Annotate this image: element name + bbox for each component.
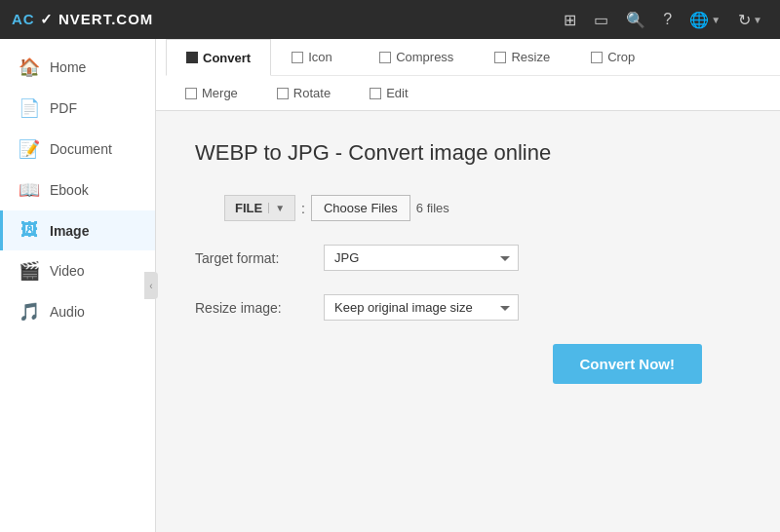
- convert-tab-icon: [186, 52, 198, 63]
- navbar: AC ✓ NVERT.COM ⊞ ▭ 🔍 ? 🌐 ▼ ↻ ▼: [0, 0, 780, 39]
- tab-rotate-label: Rotate: [293, 86, 331, 100]
- file-upload-row: FILE ▼ : Choose Files 6 files: [195, 195, 741, 221]
- convert-button-row: Convert Now!: [195, 344, 741, 384]
- tabs-row-1: Convert Icon Compress Resize Crop: [166, 39, 780, 76]
- main-content: Convert Icon Compress Resize Crop: [156, 39, 780, 532]
- tab-merge-label: Merge: [202, 86, 238, 100]
- resize-image-label: Resize image:: [195, 300, 312, 316]
- pdf-icon: 📄: [19, 97, 40, 119]
- file-caret-icon: ▼: [268, 203, 285, 213]
- tab-edit-label: Edit: [386, 86, 408, 100]
- home-icon: 🏠: [19, 57, 40, 78]
- crop-tab-icon: [591, 52, 603, 63]
- edit-tab-icon: [370, 88, 381, 99]
- content-area: WEBP to JPG - Convert image online FILE …: [156, 111, 780, 532]
- choose-files-label: Choose Files: [324, 201, 398, 215]
- convert-now-label: Convert Now!: [580, 356, 676, 372]
- refresh-icon-btn[interactable]: ↻ ▼: [732, 7, 768, 33]
- tab-resize[interactable]: Resize: [474, 39, 570, 75]
- sidebar-item-pdf[interactable]: 📄 PDF: [0, 88, 155, 129]
- target-format-label: Target format:: [195, 250, 312, 266]
- sidebar-item-home-label: Home: [50, 59, 86, 75]
- tab-icon[interactable]: Icon: [271, 39, 359, 75]
- choose-files-button[interactable]: Choose Files: [311, 195, 410, 221]
- tab-edit[interactable]: Edit: [350, 80, 438, 106]
- resize-tab-icon: [494, 52, 506, 63]
- colon-separator: :: [301, 201, 305, 216]
- help-icon-btn[interactable]: ?: [657, 7, 678, 32]
- mobile-icon-btn[interactable]: ▭: [588, 7, 614, 33]
- sidebar-item-video[interactable]: 🎬 Video: [0, 250, 155, 291]
- tab-convert-label: Convert: [203, 51, 251, 65]
- tab-crop-label: Crop: [607, 50, 635, 64]
- file-input-group: FILE ▼ : Choose Files 6 files: [224, 195, 449, 221]
- brand-logo: AC ✓ NVERT.COM: [12, 11, 153, 28]
- search-icon-btn[interactable]: 🔍: [620, 7, 651, 33]
- sidebar-item-home[interactable]: 🏠 Home: [0, 47, 155, 88]
- tab-rotate[interactable]: Rotate: [257, 80, 350, 106]
- document-icon: 📝: [19, 138, 40, 160]
- grid-icon-btn[interactable]: ⊞: [558, 7, 582, 33]
- sidebar-item-image[interactable]: 🖼 Image: [0, 210, 155, 250]
- tab-icon-label: Icon: [308, 50, 332, 64]
- page-title: WEBP to JPG - Convert image online: [195, 140, 741, 166]
- target-format-row: Target format: JPG PNG WEBP GIF BMP TIFF…: [195, 245, 741, 271]
- audio-icon: 🎵: [19, 301, 40, 323]
- layout: 🏠 Home 📄 PDF 📝 Document 📖 Ebook 🖼 Image …: [0, 39, 780, 532]
- file-type-label: FILE: [235, 201, 268, 215]
- sidebar-item-pdf-label: PDF: [50, 100, 77, 116]
- resize-image-select[interactable]: Keep original image size Custom size Sma…: [324, 294, 519, 321]
- tabs-bar: Convert Icon Compress Resize Crop: [156, 39, 780, 111]
- tab-merge[interactable]: Merge: [166, 80, 257, 106]
- merge-tab-icon: [185, 88, 197, 99]
- video-icon: 🎬: [19, 260, 40, 282]
- sidebar-item-ebook-label: Ebook: [50, 182, 89, 198]
- tab-compress-label: Compress: [396, 50, 453, 64]
- tabs-row-2: Merge Rotate Edit: [166, 76, 780, 110]
- compress-tab-icon: [379, 52, 391, 63]
- sidebar: 🏠 Home 📄 PDF 📝 Document 📖 Ebook 🖼 Image …: [0, 39, 156, 532]
- image-icon: 🖼: [19, 220, 40, 241]
- ebook-icon: 📖: [19, 179, 40, 201]
- sidebar-wrapper: 🏠 Home 📄 PDF 📝 Document 📖 Ebook 🖼 Image …: [0, 39, 156, 532]
- sidebar-item-video-label: Video: [50, 263, 85, 279]
- files-count-label: 6 files: [416, 201, 449, 215]
- sidebar-item-document-label: Document: [50, 141, 112, 157]
- tab-crop[interactable]: Crop: [570, 39, 658, 75]
- tab-compress[interactable]: Compress: [359, 39, 474, 75]
- sidebar-collapse-btn[interactable]: ‹: [144, 272, 158, 299]
- sidebar-item-audio[interactable]: 🎵 Audio: [0, 291, 155, 332]
- sidebar-item-audio-label: Audio: [50, 304, 85, 320]
- tab-resize-label: Resize: [511, 50, 550, 64]
- sidebar-item-image-label: Image: [50, 223, 89, 239]
- language-icon-btn[interactable]: 🌐 ▼: [683, 7, 726, 33]
- sidebar-item-document[interactable]: 📝 Document: [0, 129, 155, 170]
- convert-now-button[interactable]: Convert Now!: [553, 344, 703, 384]
- rotate-tab-icon: [277, 88, 289, 99]
- file-type-button[interactable]: FILE ▼: [224, 195, 295, 221]
- tab-convert[interactable]: Convert: [166, 39, 271, 76]
- brand-text: ✓ NVERT.COM: [35, 11, 154, 27]
- sidebar-item-ebook[interactable]: 📖 Ebook: [0, 170, 155, 210]
- icon-tab-icon: [292, 52, 303, 63]
- navbar-icons: ⊞ ▭ 🔍 ? 🌐 ▼ ↻ ▼: [558, 7, 768, 33]
- target-format-select[interactable]: JPG PNG WEBP GIF BMP TIFF PDF: [324, 245, 519, 271]
- resize-image-row: Resize image: Keep original image size C…: [195, 294, 741, 321]
